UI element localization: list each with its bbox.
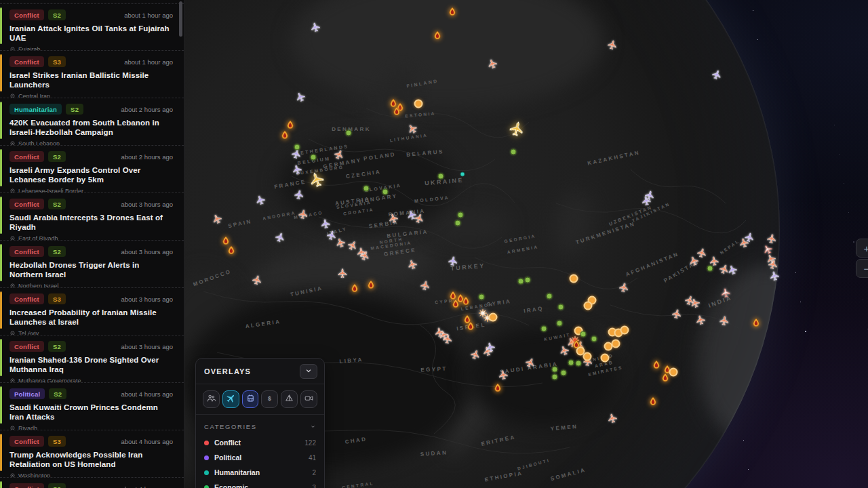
overlay-toggle-fighter-jet[interactable] [222, 390, 239, 408]
economic-event-dot[interactable] [346, 130, 352, 136]
fighter-jet-marker[interactable] [719, 287, 731, 298]
economic-event-dot[interactable] [580, 331, 587, 338]
category-row-humanitarian[interactable]: Humanitarian 2 [196, 465, 324, 480]
fighter-jet-marker[interactable] [293, 188, 304, 200]
disaster-event-dot[interactable] [669, 368, 678, 377]
category-badge: Political [9, 388, 45, 399]
economic-event-dot[interactable] [382, 189, 389, 195]
event-card[interactable]: Conflict S3 about 3 hours ago Increased … [0, 288, 184, 336]
fighter-jet-marker[interactable] [319, 218, 331, 229]
overlay-toggle-military-vehicle[interactable] [242, 390, 259, 408]
event-card[interactable]: Conflict S2 about 3 hours ago Saudi Arab… [0, 193, 184, 241]
fighter-jet-marker[interactable] [447, 255, 458, 266]
sidebar-scrollbar[interactable] [179, 1, 182, 37]
fire-marker[interactable] [648, 396, 658, 407]
economic-event-dot[interactable] [541, 326, 547, 332]
fighter-jet-marker[interactable] [297, 208, 309, 220]
fire-marker[interactable] [285, 119, 296, 130]
economic-event-dot[interactable] [438, 174, 444, 180]
fighter-jet-marker[interactable] [671, 308, 683, 320]
economic-event-dot[interactable] [294, 144, 300, 150]
fire-marker[interactable] [433, 30, 443, 41]
economic-event-dot[interactable] [552, 367, 558, 373]
category-row-conflict[interactable]: Conflict 122 [196, 435, 324, 450]
disaster-event-dot[interactable] [601, 354, 610, 363]
fighter-jet-marker[interactable] [497, 369, 509, 380]
disaster-event-dot[interactable] [584, 302, 593, 310]
camera-icon [304, 393, 314, 405]
event-meta: Conflict S2 about 1 hour ago [9, 9, 173, 20]
fighter-jet-marker[interactable] [419, 279, 431, 291]
fire-marker[interactable] [461, 296, 471, 306]
event-meta: Conflict S3 about 4 hours ago [9, 436, 173, 447]
event-card[interactable]: Political S2 about 4 hours ago Saudi Kuw… [0, 383, 184, 430]
fighter-jet-marker[interactable] [338, 268, 348, 279]
event-card[interactable]: Conflict S3 about 4 hours ago Trump Ackn… [0, 430, 184, 478]
event-timestamp: about 3 hours ago [121, 201, 173, 208]
severity-accent-bar [0, 291, 2, 329]
overlay-toggle-personnel[interactable] [203, 390, 220, 408]
disaster-event-dot[interactable] [489, 313, 498, 322]
severity-accent-bar [0, 149, 2, 186]
economic-event-dot[interactable] [707, 266, 713, 272]
economic-event-dot[interactable] [479, 294, 485, 300]
economic-event-dot[interactable] [518, 279, 524, 285]
event-card[interactable]: Conflict S2 about 2 hours ago Israeli Ar… [0, 146, 184, 193]
disaster-event-dot[interactable] [570, 274, 578, 283]
fire-marker[interactable] [652, 359, 662, 370]
event-card[interactable]: Humanitarian S2 about 2 hours ago 420K E… [0, 98, 184, 146]
economic-event-dot[interactable] [568, 360, 574, 366]
event-card[interactable]: Conflict S2 about 1 hour ago Iranian Att… [0, 3, 184, 51]
event-card[interactable]: Conflict S2 about 3 hours ago Iranian Sh… [0, 336, 184, 383]
overlay-toggle-pyramid[interactable] [281, 390, 298, 408]
economic-event-dot[interactable] [552, 374, 558, 380]
economic-event-dot[interactable] [576, 361, 582, 367]
economic-event-dot[interactable] [525, 277, 531, 283]
fire-marker[interactable] [751, 317, 762, 328]
economic-event-dot[interactable] [311, 155, 317, 161]
category-row-political[interactable]: Political 41 [196, 450, 324, 465]
economic-event-dot[interactable] [511, 149, 517, 155]
event-card[interactable]: Conflict S2 about 4 hours ago [0, 478, 184, 488]
event-card[interactable]: Conflict S3 about 1 hour ago Israel Stri… [0, 51, 184, 98]
economic-event-dot[interactable] [561, 370, 567, 376]
fighter-jet-marker[interactable] [719, 315, 730, 327]
event-meta: Conflict S3 about 1 hour ago [9, 56, 173, 67]
economic-event-dot[interactable] [591, 336, 597, 342]
categories-header[interactable]: CATEGORIES [196, 415, 324, 435]
severity-badge: S2 [48, 9, 66, 20]
zoom-in-button[interactable]: + [856, 239, 868, 258]
humanitarian-event-dot[interactable] [460, 172, 465, 177]
fire-marker[interactable] [366, 279, 376, 290]
disaster-event-dot[interactable] [583, 352, 592, 361]
economic-event-dot[interactable] [455, 220, 461, 226]
fire-marker[interactable] [226, 245, 237, 256]
economic-event-dot[interactable] [558, 304, 564, 310]
fire-marker[interactable] [493, 382, 503, 393]
overlays-header: OVERLAYS [196, 359, 324, 384]
overlay-toggle-dollar[interactable]: $ [261, 390, 278, 408]
disaster-event-dot[interactable] [604, 342, 613, 351]
fire-marker[interactable] [448, 6, 458, 17]
economic-event-dot[interactable] [458, 212, 464, 218]
fire-marker[interactable] [466, 321, 476, 331]
category-row-economic[interactable]: Economic 3 [196, 480, 324, 488]
fighter-jet-marker[interactable] [768, 270, 781, 282]
disaster-event-dot[interactable] [414, 100, 423, 108]
fire-marker[interactable] [350, 283, 360, 293]
economic-event-dot[interactable] [557, 321, 563, 327]
disaster-event-dot[interactable] [620, 326, 629, 335]
zoom-out-button[interactable]: − [856, 259, 868, 278]
fighter-jet-marker[interactable] [433, 326, 445, 338]
economic-event-dot[interactable] [547, 293, 553, 300]
economic-event-dot[interactable] [363, 186, 370, 192]
overlay-toggle-camera[interactable] [300, 390, 317, 408]
fire-marker[interactable] [280, 129, 290, 140]
event-card[interactable]: Conflict S2 about 3 hours ago Hezbollah … [0, 241, 184, 288]
collapse-panel-button[interactable] [300, 364, 317, 379]
fighter-jet-marker[interactable] [618, 281, 630, 293]
event-location: Lebanese-Israeli Border [9, 188, 173, 193]
fire-marker[interactable] [451, 298, 461, 309]
fire-marker[interactable] [392, 106, 402, 117]
severity-badge: S2 [66, 104, 83, 115]
